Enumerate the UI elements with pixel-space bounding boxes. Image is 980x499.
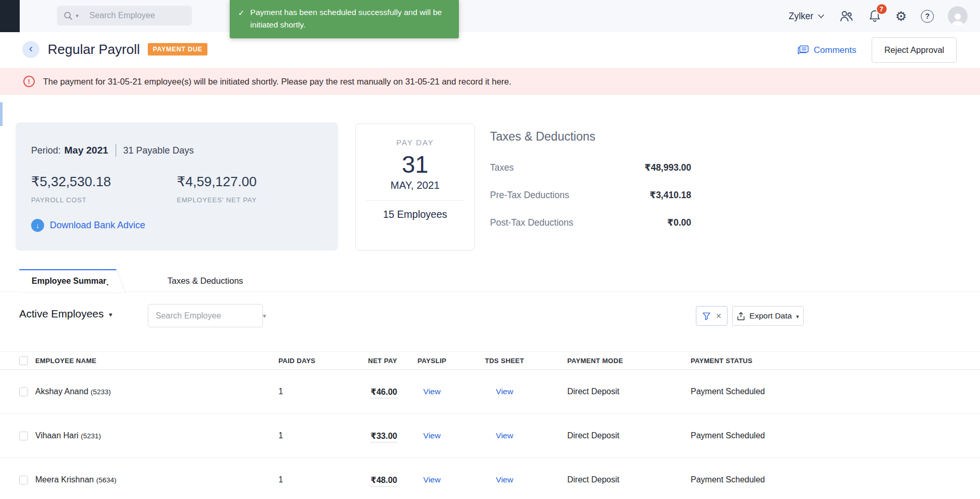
toast-message: Payment has been scheduled successfully …: [250, 6, 449, 31]
tax-row-pretax: Pre-Tax Deductions ₹3,410.18: [490, 190, 691, 201]
employee-table: EMPLOYEE NAME PAID DAYS NET PAY PAYSLIP …: [0, 351, 980, 499]
employee-name: Vihaan Hari (5231): [35, 431, 265, 440]
org-name: Zylker: [789, 11, 814, 22]
select-caret-icon: ▾: [263, 312, 266, 320]
tax-label: Pre-Tax Deductions: [490, 190, 569, 201]
col-payslip: PAYSLIP: [397, 357, 467, 365]
net-pay-value: ₹33.00: [371, 432, 397, 442]
page-title: Regular Payroll: [48, 41, 140, 58]
tds-view-link[interactable]: View: [496, 475, 513, 484]
success-toast: ✓ Payment has been scheduled successfull…: [230, 0, 459, 38]
notification-count-badge: 7: [876, 3, 888, 15]
employee-id: (5231): [81, 432, 101, 440]
export-data-button[interactable]: Export Data ▾: [732, 306, 804, 326]
download-icon: ↓: [31, 219, 44, 232]
col-tds-sheet: TDS SHEET: [467, 357, 542, 365]
payment-mode-value: Direct Deposit: [542, 475, 677, 484]
divider: [116, 144, 116, 157]
table-row: Akshay Anand (5233) 1 ₹46.00 View View D…: [0, 370, 980, 414]
users-icon[interactable]: [838, 9, 854, 23]
caret-down-icon: ▾: [796, 313, 799, 320]
taxes-section-title: Taxes & Deductions: [490, 130, 691, 144]
col-net-pay: NET PAY: [325, 357, 397, 365]
tds-view-link[interactable]: View: [496, 387, 513, 396]
paid-days-value: 1: [265, 387, 325, 396]
notifications-bell-icon[interactable]: 7: [868, 9, 881, 23]
row-checkbox[interactable]: [19, 476, 28, 484]
payment-status-value: Payment Scheduled: [677, 387, 980, 396]
employee-name-text: Meera Krishnan: [35, 475, 94, 484]
col-paid-days: PAID DAYS: [265, 357, 325, 365]
payday-day: 31: [356, 150, 474, 178]
paid-days-value: 1: [265, 475, 325, 484]
org-switcher[interactable]: Zylker: [789, 11, 824, 22]
payable-days: 31 Payable Days: [123, 145, 194, 156]
period-summary-card: Period: May 2021 31 Payable Days ₹5,32,5…: [16, 122, 338, 251]
clear-filter-icon[interactable]: ×: [716, 311, 722, 321]
net-pay-value: ₹46.00: [371, 387, 397, 398]
employee-search-input[interactable]: [156, 311, 263, 321]
payment-mode-value: Direct Deposit: [542, 431, 677, 440]
employee-id: (5634): [96, 476, 116, 484]
payday-label: PAY DAY: [356, 138, 474, 147]
net-pay-label: EMPLOYEES' NET PAY: [177, 196, 323, 204]
period-value: May 2021: [64, 145, 108, 156]
col-employee-name: EMPLOYEE NAME: [35, 357, 265, 365]
employee-name: Meera Krishnan (5634): [35, 475, 265, 484]
export-icon: [737, 312, 745, 321]
period-label: Period:: [31, 145, 61, 156]
tax-label: Post-Tax Deductions: [490, 217, 573, 228]
employee-id: (5233): [91, 388, 111, 396]
settings-gear-icon[interactable]: ⚙: [895, 10, 907, 23]
search-icon: [63, 11, 73, 21]
employee-name-text: Vihaan Hari: [35, 431, 78, 440]
employee-filter-dropdown[interactable]: Active Employees ▾: [19, 308, 112, 320]
paid-days-value: 1: [265, 431, 325, 440]
global-search-input[interactable]: [90, 11, 197, 20]
download-bank-advice-link[interactable]: ↓ Download Bank Advice: [31, 219, 323, 232]
payslip-view-link[interactable]: View: [423, 475, 440, 484]
status-badge: PAYMENT DUE: [148, 43, 208, 56]
tds-view-link[interactable]: View: [496, 431, 513, 440]
chevron-down-icon: [818, 14, 824, 19]
search-scope-caret-icon[interactable]: ▾: [76, 12, 79, 19]
user-avatar[interactable]: [948, 6, 968, 26]
payroll-cost-label: PAYROLL COST: [31, 196, 177, 204]
payroll-cost-value: ₹5,32,530.18: [31, 174, 177, 190]
payday-employee-count: 15 Employees: [356, 209, 474, 220]
tab-employee-summary[interactable]: Employee Summary: [19, 269, 114, 292]
tab-label: Employee Summary: [32, 276, 111, 286]
select-all-checkbox[interactable]: [19, 356, 28, 365]
warning-icon: !: [23, 76, 35, 87]
caret-down-icon: ▾: [109, 311, 113, 318]
filter-button[interactable]: ×: [696, 306, 727, 326]
global-search[interactable]: ▾: [57, 6, 192, 25]
table-row: Meera Krishnan (5634) 1 ₹48.00 View View…: [0, 458, 980, 499]
tax-row-taxes: Taxes ₹48,993.00: [490, 162, 691, 173]
comments-icon: [797, 45, 809, 56]
row-checkbox[interactable]: [19, 387, 28, 396]
reject-approval-button[interactable]: Reject Approval: [872, 37, 957, 63]
tab-taxes-deductions[interactable]: Taxes & Deductions: [167, 269, 243, 292]
payment-status-value: Payment Scheduled: [677, 475, 980, 484]
app-corner-block: [0, 0, 20, 32]
comments-label: Comments: [814, 45, 856, 56]
check-icon: ✓: [238, 7, 245, 31]
help-icon[interactable]: ?: [921, 10, 934, 23]
payday-month-year: MAY, 2021: [356, 179, 474, 191]
payslip-view-link[interactable]: View: [423, 431, 440, 440]
payday-card: PAY DAY 31 MAY, 2021 15 Employees: [355, 123, 475, 251]
employee-search-select[interactable]: ▾: [148, 304, 263, 327]
download-bank-advice-label: Download Bank Advice: [50, 220, 145, 231]
table-header-row: EMPLOYEE NAME PAID DAYS NET PAY PAYSLIP …: [0, 351, 980, 370]
comments-link[interactable]: Comments: [797, 45, 856, 56]
row-checkbox[interactable]: [19, 432, 28, 440]
funnel-icon: [702, 312, 711, 321]
payment-alert-banner: ! The payment for 31-05-21 employee(s) w…: [0, 68, 980, 95]
divider: [366, 200, 464, 201]
net-pay-value: ₹48.00: [371, 476, 397, 487]
payment-status-value: Payment Scheduled: [677, 431, 980, 440]
taxes-deductions-summary: Taxes & Deductions Taxes ₹48,993.00 Pre-…: [490, 130, 691, 245]
payslip-view-link[interactable]: View: [423, 387, 440, 396]
back-button[interactable]: ‹: [22, 41, 39, 58]
